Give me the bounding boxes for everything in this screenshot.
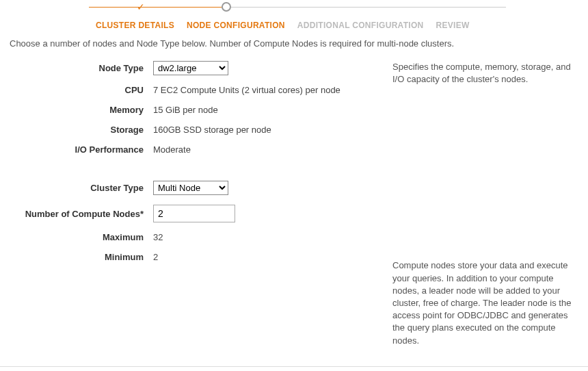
label-maximum: Maximum (10, 232, 153, 242)
row-memory: Memory 15 GiB per node (10, 105, 379, 115)
row-maximum: Maximum 32 (10, 232, 379, 242)
value-storage: 160GB SSD storage per node (153, 125, 271, 135)
form-left-column: Node Type dw2.large CPU 7 EC2 Compute Un… (10, 61, 379, 347)
row-cpu: CPU 7 EC2 Compute Units (2 virtual cores… (10, 85, 379, 95)
row-storage: Storage 160GB SSD storage per node (10, 125, 379, 135)
label-cluster-type: Cluster Type (10, 183, 153, 193)
label-minimum: Minimum (10, 252, 153, 262)
node-type-select[interactable]: dw2.large (153, 61, 228, 75)
row-node-type: Node Type dw2.large (10, 61, 379, 75)
wizard-progress-bar: ✓ (0, 3, 588, 19)
footer-separator (0, 366, 588, 367)
label-cpu: CPU (10, 85, 153, 95)
row-io-performance: I/O Performance Moderate (10, 144, 379, 155)
label-memory: Memory (10, 105, 153, 115)
form-help-column: Specifies the compute, memory, storage, … (379, 61, 578, 347)
intro-text: Choose a number of nodes and Node Type b… (0, 38, 588, 61)
label-num-nodes: Number of Compute Nodes* (10, 209, 153, 219)
value-maximum: 32 (153, 232, 163, 242)
cluster-type-select[interactable]: Multi Node (153, 181, 228, 195)
num-nodes-input[interactable] (153, 205, 235, 222)
wizard-line-completed (89, 7, 226, 8)
step-node-configuration[interactable]: NODE CONFIGURATION (187, 21, 285, 30)
row-minimum: Minimum 2 (10, 252, 379, 262)
row-cluster-type: Cluster Type Multi Node (10, 181, 379, 195)
row-num-nodes: Number of Compute Nodes* (10, 205, 379, 222)
help-node-type: Specifies the compute, memory, storage, … (392, 61, 578, 86)
wizard-steps: CLUSTER DETAILS NODE CONFIGURATION ADDIT… (0, 21, 588, 30)
step-review: REVIEW (436, 21, 470, 30)
help-num-nodes: Compute nodes store your data and execut… (392, 259, 578, 346)
checkmark-icon: ✓ (137, 1, 145, 12)
label-node-type: Node Type (10, 63, 153, 73)
value-minimum: 2 (153, 252, 158, 262)
form-area: Node Type dw2.large CPU 7 EC2 Compute Un… (0, 61, 588, 347)
value-cpu: 7 EC2 Compute Units (2 virtual cores) pe… (153, 85, 340, 95)
step-cluster-details[interactable]: CLUSTER DETAILS (96, 21, 174, 30)
current-step-icon (222, 2, 231, 12)
value-io-performance: Moderate (153, 144, 191, 155)
step-additional-configuration: ADDITIONAL CONFIGURATION (297, 21, 424, 30)
label-io-performance: I/O Performance (10, 144, 153, 155)
label-storage: Storage (10, 125, 153, 135)
value-memory: 15 GiB per node (153, 105, 218, 115)
